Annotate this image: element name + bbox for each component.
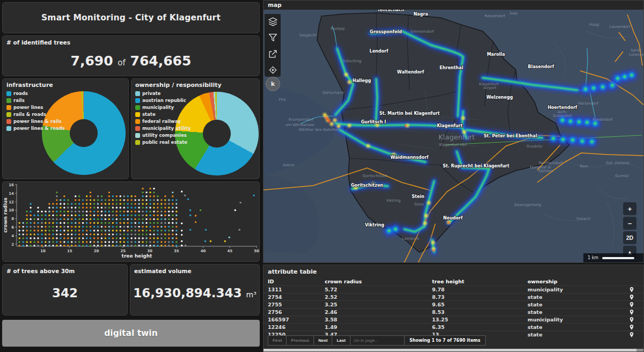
table-cell: 5.72 xyxy=(325,287,432,292)
map-pin-icon[interactable] xyxy=(630,310,634,315)
volume-number: 16,930,894.343 xyxy=(133,286,241,300)
legend-item: power lines & roads xyxy=(6,126,65,131)
column-header: ID xyxy=(268,278,325,284)
donut-hole xyxy=(70,119,98,147)
legend-swatch xyxy=(135,112,140,117)
layers-icon[interactable] xyxy=(268,17,277,26)
svg-text:Waltendorf: Waltendorf xyxy=(397,70,425,75)
legend-swatch xyxy=(6,98,11,103)
svg-text:Stein: Stein xyxy=(412,194,425,199)
svg-text:14: 14 xyxy=(9,192,14,196)
goto-page-input[interactable] xyxy=(350,336,405,345)
svg-text:Viktring: Viktring xyxy=(365,223,384,228)
zoom-in-button[interactable]: + xyxy=(623,202,636,215)
map-pin-icon[interactable] xyxy=(630,317,634,322)
table-cell: state xyxy=(528,302,625,307)
svg-text:Kärnten: Kärnten xyxy=(538,169,553,173)
svg-text:40: 40 xyxy=(201,249,206,253)
svg-text:Goritschitzen: Goritschitzen xyxy=(351,183,383,188)
map-pin-icon[interactable] xyxy=(630,332,634,338)
svg-text:Hoertendorf: Hoertendorf xyxy=(547,105,577,110)
map-pin-icon[interactable] xyxy=(630,302,634,307)
kepler-logo[interactable]: k xyxy=(266,77,280,91)
svg-text:45: 45 xyxy=(227,249,232,253)
page-title: Smart Monitoring - City of Klagenfurt xyxy=(41,13,221,23)
map-panel: map xyxy=(263,0,644,263)
svg-text:10: 10 xyxy=(9,208,14,212)
identified-trees-card: # of identified trees 7,690 of 764,665 xyxy=(2,35,260,76)
estimated-volume-label: estimated volume xyxy=(130,265,259,274)
crown-radius-vs-tree-height-scatter: 101520253035404550246810121416tree heigh… xyxy=(3,182,259,261)
legend-swatch xyxy=(135,91,140,96)
table-cell: 6.35 xyxy=(432,324,528,330)
attribute-table-header: IDcrown radiustree heightownership xyxy=(264,277,643,285)
svg-text:Lorenzen: Lorenzen xyxy=(629,53,643,57)
total-count: 764,665 xyxy=(130,53,192,69)
table-row[interactable]: 27553.259.65state xyxy=(264,300,643,308)
trees-above-30m-value: 342 xyxy=(3,286,127,300)
ownership-chart-title: ownership / responsibility xyxy=(131,79,259,89)
legend-item: municipality xyxy=(135,105,191,110)
trees-above-30m-label: # of trees above 30m xyxy=(3,265,127,274)
share-icon[interactable] xyxy=(268,49,277,58)
svg-text:Klagenfurt Hbf: Klagenfurt Hbf xyxy=(440,143,467,147)
svg-text:Gradnitz: Gradnitz xyxy=(526,144,543,149)
svg-text:Saal: Saal xyxy=(510,11,518,16)
dashboard-left-column: Smart Monitoring - City of Klagenfurt # … xyxy=(0,0,262,352)
svg-text:Blasendorf: Blasendorf xyxy=(528,64,554,69)
table-cell: 2.46 xyxy=(325,309,432,315)
map-canvas[interactable]: SeigbichlPonfeldEmmersdorfRatzendorfSaal… xyxy=(264,10,643,262)
table-row[interactable]: 13115.729.78municipality xyxy=(264,285,643,293)
locate-icon[interactable] xyxy=(268,65,277,75)
table-row[interactable]: 27542.528.73state xyxy=(264,293,643,300)
svg-text:Wörther See Bahnhof: Wörther See Bahnhof xyxy=(299,128,339,132)
last-page-button[interactable]: Last xyxy=(332,336,350,345)
map-pin-icon[interactable] xyxy=(630,295,634,300)
legend-swatch xyxy=(135,98,140,103)
filter-icon[interactable] xyxy=(268,33,277,42)
horizontal-scrollbar[interactable] xyxy=(264,349,636,351)
svg-text:15: 15 xyxy=(67,249,72,253)
svg-text:2: 2 xyxy=(11,243,14,247)
svg-text:30: 30 xyxy=(147,249,152,253)
table-cell: 2756 xyxy=(268,309,325,315)
scale-bar-line xyxy=(602,257,634,259)
svg-text:Pirk: Pirk xyxy=(279,98,287,102)
legend-item: power lines & rails xyxy=(6,119,65,124)
legend-swatch xyxy=(135,105,140,110)
svg-text:Klagenfurt: Klagenfurt xyxy=(437,123,463,128)
table-row[interactable]: 27562.468.53state xyxy=(264,308,643,316)
identified-trees-label: # of identified trees xyxy=(3,36,259,46)
legend-item: roads xyxy=(6,91,65,96)
legend-swatch xyxy=(135,119,140,124)
svg-text:Nagra: Nagra xyxy=(413,12,428,17)
previous-page-button[interactable]: Previous xyxy=(287,336,314,345)
table-cell: state xyxy=(528,332,625,338)
map-panel-title: map xyxy=(264,1,643,10)
toggle-2d-button[interactable]: 2D xyxy=(623,231,636,244)
column-header: ownership xyxy=(528,278,625,284)
legend-item: rails xyxy=(6,98,65,103)
identified-count: 7,690 xyxy=(71,53,113,69)
svg-text:Hörtendorf: Hörtendorf xyxy=(578,101,599,106)
table-row[interactable]: 122461.496.35state xyxy=(264,323,643,331)
table-cell: state xyxy=(528,324,625,330)
digital-twin-button[interactable]: digital twin xyxy=(2,320,260,347)
first-page-button[interactable]: First xyxy=(268,336,287,345)
identified-trees-value: 7,690 of 764,665 xyxy=(3,53,259,69)
map-pin-icon[interactable] xyxy=(630,325,634,330)
legend-item: austrian republic xyxy=(135,98,191,103)
svg-text:tree height: tree height xyxy=(122,253,153,259)
svg-text:Görtschach: Görtschach xyxy=(323,91,344,95)
table-row[interactable]: 1665973.5813.25municipality xyxy=(264,316,643,323)
next-page-button[interactable]: Next xyxy=(314,336,332,345)
zoom-out-button[interactable]: − xyxy=(623,217,636,230)
svg-text:25: 25 xyxy=(120,249,126,253)
pagination-bar: First Previous Next Last Showing 1 to 7 … xyxy=(268,335,486,346)
map-pin-icon[interactable] xyxy=(630,287,634,292)
svg-text:St. Ruprecht bei Klagenfurt: St. Ruprecht bei Klagenfurt xyxy=(443,164,509,168)
svg-text:Ratzendorf: Ratzendorf xyxy=(485,14,506,18)
table-cell: state xyxy=(528,309,625,315)
map-svg: SeigbichlPonfeldEmmersdorfRatzendorfSaal… xyxy=(264,10,643,262)
svg-text:Rain: Rain xyxy=(580,164,588,168)
